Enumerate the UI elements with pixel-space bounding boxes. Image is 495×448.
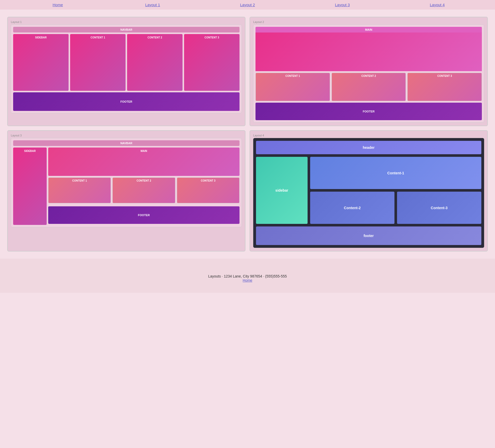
nav-layout3[interactable]: Layout 3 [295, 3, 390, 7]
layout1-content1: CONTENT 1 [70, 34, 126, 91]
site-footer-address: Layouts · 1234 Lane, City 987654 · (555)… [5, 274, 490, 278]
layout1-title: Layout 1 [11, 20, 242, 23]
nav-layout1[interactable]: Layout 1 [105, 3, 200, 7]
layout1-content2: CONTENT 2 [127, 34, 183, 91]
layout1-content3: CONTENT 3 [184, 34, 240, 91]
layout3-content-cols: CONTENT 1 CONTENT 2 CONTENT 3 [48, 177, 240, 203]
site-footer-home-link[interactable]: Home [243, 278, 252, 282]
layout3-navbar: NAVBAR [13, 140, 240, 146]
layout3-content2: CONTENT 2 [112, 177, 175, 203]
layout2-card: Layout 2 MAIN CONTENT 1 CONTENT 2 CONTEN… [250, 17, 488, 126]
layout3-body: SIDEBAR MAIN CONTENT 1 CONTENT 2 CONTENT… [13, 148, 240, 225]
layout2-inner: MAIN CONTENT 1 CONTENT 2 CONTENT 3 FOOTE… [253, 25, 484, 123]
layout4-content-row: Content-2 Content-3 [310, 192, 481, 224]
layout3-main: MAIN [48, 148, 240, 176]
nav-layout2[interactable]: Layout 2 [200, 3, 295, 7]
layout3-content3: CONTENT 3 [177, 177, 240, 203]
layout4-header: header [256, 141, 481, 154]
nav-home[interactable]: Home [10, 3, 105, 7]
layout4-sidebar: sidebar [256, 157, 308, 224]
layout3-inner: NAVBAR SIDEBAR MAIN CONTENT 1 CONTENT 2 … [11, 138, 242, 227]
layout3-content1: CONTENT 1 [48, 177, 111, 203]
layout3-card: Layout 3 NAVBAR SIDEBAR MAIN CONTENT 1 C… [7, 130, 245, 251]
layout2-content1: CONTENT 1 [255, 73, 330, 101]
layout4-body: sidebar Content-1 Content-2 Content-3 [256, 157, 481, 224]
layout4-content1: Content-1 [310, 157, 481, 189]
layout4-content2: Content-2 [310, 192, 394, 224]
site-footer: Layouts · 1234 Lane, City 987654 · (555)… [0, 259, 495, 293]
layout4-footer: footer [256, 226, 481, 245]
layout3-sidebar: SIDEBAR [13, 148, 47, 225]
layout4-title: Layout 4 [253, 134, 484, 137]
layout3-right: MAIN CONTENT 1 CONTENT 2 CONTENT 3 FOOTE… [48, 148, 240, 225]
layout2-content2: CONTENT 2 [332, 73, 406, 101]
layout2-title: Layout 2 [253, 20, 484, 23]
layout1-sidebar: SIDEBAR [13, 34, 69, 91]
layout1-footer: FOOTER [13, 92, 240, 111]
layout1-card: Layout 1 NAVBAR SIDEBAR CONTENT 1 CONTEN… [7, 17, 245, 126]
top-navigation: Home Layout 1 Layout 2 Layout 3 Layout 4 [0, 0, 495, 10]
layout4-inner: header sidebar Content-1 Content-2 Conte… [253, 138, 484, 248]
nav-layout4[interactable]: Layout 4 [390, 3, 485, 7]
layout4-card: Layout 4 header sidebar Content-1 Conten… [250, 130, 488, 251]
layout2-main-area [255, 32, 482, 71]
layout4-content3: Content-3 [397, 192, 481, 224]
layout2-content3: CONTENT 3 [407, 73, 482, 101]
layout1-columns: SIDEBAR CONTENT 1 CONTENT 2 CONTENT 3 [13, 34, 240, 91]
layout4-content-area: Content-1 Content-2 Content-3 [310, 157, 481, 224]
layout1-navbar: NAVBAR [13, 27, 240, 32]
layout1-inner: NAVBAR SIDEBAR CONTENT 1 CONTENT 2 CONTE… [11, 25, 242, 113]
layout3-footer: FOOTER [48, 206, 240, 224]
layout2-footer: FOOTER [255, 103, 482, 120]
layout2-content-cols: CONTENT 1 CONTENT 2 CONTENT 3 [255, 73, 482, 101]
page-body: Layout 1 NAVBAR SIDEBAR CONTENT 1 CONTEN… [0, 10, 495, 259]
layout2-main-label: MAIN [255, 27, 482, 32]
layout3-title: Layout 3 [11, 134, 242, 137]
